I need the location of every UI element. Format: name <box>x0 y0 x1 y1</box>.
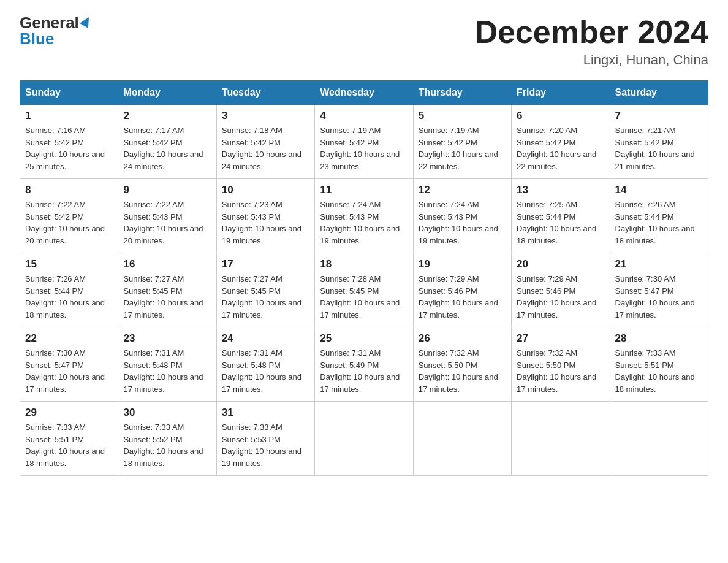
table-row: 1 Sunrise: 7:16 AM Sunset: 5:42 PM Dayli… <box>20 105 118 179</box>
daylight-label: Daylight: 10 hours and 20 minutes. <box>25 224 105 245</box>
table-row: 5 Sunrise: 7:19 AM Sunset: 5:42 PM Dayli… <box>413 105 511 179</box>
daylight-label: Daylight: 10 hours and 18 minutes. <box>25 298 105 320</box>
daylight-label: Daylight: 10 hours and 17 minutes. <box>25 372 105 394</box>
logo: General Blue <box>20 15 93 47</box>
day-info: Sunrise: 7:22 AM Sunset: 5:43 PM Dayligh… <box>123 199 211 247</box>
sunset-label: Sunset: 5:42 PM <box>25 212 84 221</box>
table-row: 15 Sunrise: 7:26 AM Sunset: 5:44 PM Dayl… <box>20 253 118 327</box>
sunset-label: Sunset: 5:47 PM <box>615 286 674 296</box>
daylight-label: Daylight: 10 hours and 24 minutes. <box>123 150 203 171</box>
sunset-label: Sunset: 5:44 PM <box>615 212 674 221</box>
daylight-label: Daylight: 10 hours and 17 minutes. <box>320 372 400 394</box>
table-row: 7 Sunrise: 7:21 AM Sunset: 5:42 PM Dayli… <box>610 105 708 179</box>
calendar-week-row: 15 Sunrise: 7:26 AM Sunset: 5:44 PM Dayl… <box>20 253 708 327</box>
table-row: 21 Sunrise: 7:30 AM Sunset: 5:47 PM Dayl… <box>610 253 708 327</box>
day-info: Sunrise: 7:19 AM Sunset: 5:42 PM Dayligh… <box>320 124 408 172</box>
sunrise-label: Sunrise: 7:17 AM <box>123 126 184 135</box>
sunrise-label: Sunrise: 7:26 AM <box>25 274 86 283</box>
day-info: Sunrise: 7:30 AM Sunset: 5:47 PM Dayligh… <box>615 273 703 321</box>
logo-arrow-icon <box>80 15 93 30</box>
sunrise-label: Sunrise: 7:20 AM <box>517 126 577 135</box>
sunset-label: Sunset: 5:42 PM <box>419 138 477 147</box>
day-number: 28 <box>615 332 703 345</box>
daylight-label: Daylight: 10 hours and 18 minutes. <box>25 446 105 468</box>
table-row: 8 Sunrise: 7:22 AM Sunset: 5:42 PM Dayli… <box>20 179 118 253</box>
sunrise-label: Sunrise: 7:26 AM <box>615 200 676 209</box>
day-number: 19 <box>419 258 506 270</box>
sunset-label: Sunset: 5:50 PM <box>419 361 477 370</box>
table-row: 23 Sunrise: 7:31 AM Sunset: 5:48 PM Dayl… <box>118 327 216 402</box>
table-row: 9 Sunrise: 7:22 AM Sunset: 5:43 PM Dayli… <box>118 179 216 253</box>
sunset-label: Sunset: 5:53 PM <box>222 435 281 444</box>
sunrise-label: Sunrise: 7:31 AM <box>320 348 381 358</box>
sunrise-label: Sunrise: 7:33 AM <box>615 348 676 358</box>
table-row: 19 Sunrise: 7:29 AM Sunset: 5:46 PM Dayl… <box>413 253 511 327</box>
table-row <box>315 402 413 476</box>
day-number: 25 <box>320 332 408 345</box>
title-block: December 2024 Lingxi, Hunan, China <box>474 15 708 68</box>
day-number: 12 <box>419 184 506 196</box>
header-monday: Monday <box>118 81 216 105</box>
day-number: 26 <box>419 332 506 345</box>
day-number: 18 <box>320 258 408 270</box>
sunset-label: Sunset: 5:42 PM <box>320 138 379 147</box>
sunset-label: Sunset: 5:42 PM <box>517 138 575 147</box>
table-row: 31 Sunrise: 7:33 AM Sunset: 5:53 PM Dayl… <box>216 402 314 476</box>
page-header: General Blue December 2024 Lingxi, Hunan… <box>20 15 708 68</box>
sunrise-label: Sunrise: 7:33 AM <box>222 423 282 432</box>
table-row: 6 Sunrise: 7:20 AM Sunset: 5:42 PM Dayli… <box>512 105 610 179</box>
sunrise-label: Sunrise: 7:22 AM <box>25 200 86 209</box>
day-number: 9 <box>123 184 211 196</box>
sunset-label: Sunset: 5:42 PM <box>25 138 84 147</box>
daylight-label: Daylight: 10 hours and 17 minutes. <box>615 298 695 320</box>
day-info: Sunrise: 7:32 AM Sunset: 5:50 PM Dayligh… <box>419 347 506 395</box>
day-number: 15 <box>25 258 113 270</box>
daylight-label: Daylight: 10 hours and 22 minutes. <box>419 150 498 171</box>
day-number: 16 <box>123 258 211 270</box>
sunset-label: Sunset: 5:42 PM <box>123 138 182 147</box>
daylight-label: Daylight: 10 hours and 17 minutes. <box>517 372 596 394</box>
sunrise-label: Sunrise: 7:24 AM <box>419 200 479 209</box>
table-row: 11 Sunrise: 7:24 AM Sunset: 5:43 PM Dayl… <box>315 179 413 253</box>
day-info: Sunrise: 7:27 AM Sunset: 5:45 PM Dayligh… <box>222 273 309 321</box>
daylight-label: Daylight: 10 hours and 17 minutes. <box>320 298 400 320</box>
sunrise-label: Sunrise: 7:16 AM <box>25 126 86 135</box>
day-info: Sunrise: 7:28 AM Sunset: 5:45 PM Dayligh… <box>320 273 408 321</box>
day-number: 3 <box>222 110 309 122</box>
sunrise-label: Sunrise: 7:19 AM <box>419 126 479 135</box>
calendar-week-row: 1 Sunrise: 7:16 AM Sunset: 5:42 PM Dayli… <box>20 105 708 179</box>
header-sunday: Sunday <box>20 81 118 105</box>
header-thursday: Thursday <box>413 81 511 105</box>
sunset-label: Sunset: 5:44 PM <box>517 212 575 221</box>
table-row: 14 Sunrise: 7:26 AM Sunset: 5:44 PM Dayl… <box>610 179 708 253</box>
sunset-label: Sunset: 5:50 PM <box>517 361 575 370</box>
header-saturday: Saturday <box>610 81 708 105</box>
day-info: Sunrise: 7:33 AM Sunset: 5:53 PM Dayligh… <box>222 421 309 469</box>
day-number: 11 <box>320 184 408 196</box>
table-row <box>413 402 511 476</box>
table-row: 24 Sunrise: 7:31 AM Sunset: 5:48 PM Dayl… <box>216 327 314 402</box>
sunset-label: Sunset: 5:47 PM <box>25 361 84 370</box>
daylight-label: Daylight: 10 hours and 19 minutes. <box>222 224 301 245</box>
day-number: 13 <box>517 184 604 196</box>
day-number: 23 <box>123 332 211 345</box>
day-number: 1 <box>25 110 113 122</box>
sunrise-label: Sunrise: 7:29 AM <box>517 274 577 283</box>
calendar-week-row: 29 Sunrise: 7:33 AM Sunset: 5:51 PM Dayl… <box>20 402 708 476</box>
daylight-label: Daylight: 10 hours and 18 minutes. <box>517 224 596 245</box>
day-info: Sunrise: 7:21 AM Sunset: 5:42 PM Dayligh… <box>615 124 703 172</box>
day-info: Sunrise: 7:22 AM Sunset: 5:42 PM Dayligh… <box>25 199 113 247</box>
sunrise-label: Sunrise: 7:25 AM <box>517 200 577 209</box>
daylight-label: Daylight: 10 hours and 20 minutes. <box>123 224 203 245</box>
day-info: Sunrise: 7:17 AM Sunset: 5:42 PM Dayligh… <box>123 124 211 172</box>
table-row: 3 Sunrise: 7:18 AM Sunset: 5:42 PM Dayli… <box>216 105 314 179</box>
day-info: Sunrise: 7:33 AM Sunset: 5:52 PM Dayligh… <box>123 421 211 469</box>
sunset-label: Sunset: 5:48 PM <box>123 361 182 370</box>
daylight-label: Daylight: 10 hours and 24 minutes. <box>222 150 301 171</box>
sunset-label: Sunset: 5:42 PM <box>615 138 674 147</box>
daylight-label: Daylight: 10 hours and 21 minutes. <box>615 150 695 171</box>
sunset-label: Sunset: 5:51 PM <box>615 361 674 370</box>
day-number: 7 <box>615 110 703 122</box>
header-tuesday: Tuesday <box>216 81 314 105</box>
daylight-label: Daylight: 10 hours and 17 minutes. <box>222 298 301 320</box>
